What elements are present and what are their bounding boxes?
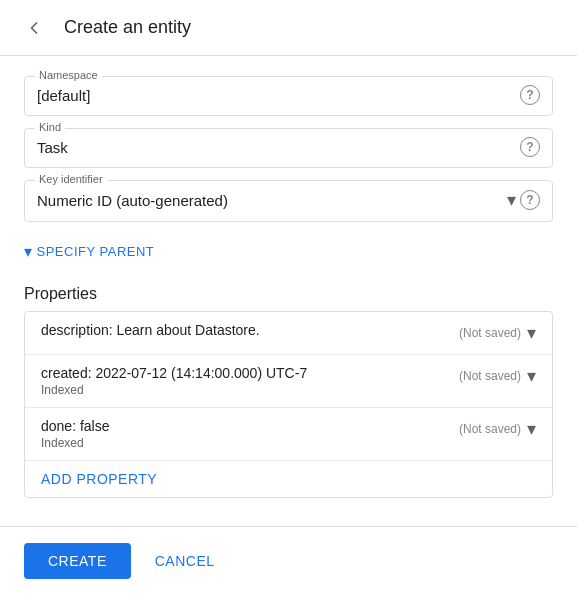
property-left: created: 2022-07-12 (14:14:00.000) UTC-7…: [41, 365, 447, 397]
form-content: Namespace [default] ? Kind Task ? Key id…: [0, 56, 577, 518]
add-property-button[interactable]: ADD PROPERTY: [25, 460, 552, 497]
kind-label: Kind: [35, 121, 65, 133]
property-indexed-label: Indexed: [41, 383, 447, 397]
key-identifier-label: Key identifier: [35, 173, 107, 185]
property-row: done: falseIndexed(Not saved)▾: [25, 408, 552, 460]
property-name-value: description: Learn about Datastore.: [41, 322, 447, 338]
create-button[interactable]: CREATE: [24, 543, 131, 579]
property-name: description:: [41, 322, 116, 338]
property-expand-chevron-icon[interactable]: ▾: [527, 365, 536, 387]
properties-table: description: Learn about Datastore.(Not …: [24, 311, 553, 498]
specify-parent-toggle[interactable]: ▾ SPECIFY PARENT: [24, 234, 553, 269]
not-saved-badge: (Not saved): [459, 422, 521, 436]
property-row: created: 2022-07-12 (14:14:00.000) UTC-7…: [25, 355, 552, 408]
not-saved-badge: (Not saved): [459, 326, 521, 340]
key-identifier-chevron-icon: ▾: [507, 189, 516, 211]
header: Create an entity: [0, 0, 577, 56]
property-expand-chevron-icon[interactable]: ▾: [527, 418, 536, 440]
kind-field-group: Kind Task ?: [24, 128, 553, 168]
back-button[interactable]: [16, 10, 52, 46]
property-left: done: falseIndexed: [41, 418, 447, 450]
property-right: (Not saved)▾: [459, 365, 536, 387]
key-identifier-help-icon[interactable]: ?: [520, 190, 540, 210]
property-right: (Not saved)▾: [459, 322, 536, 344]
property-name-value: done: false: [41, 418, 447, 434]
property-indexed-label: Indexed: [41, 436, 447, 450]
kind-value: Task: [37, 139, 520, 156]
property-name: done:: [41, 418, 80, 434]
page-title: Create an entity: [64, 17, 191, 38]
namespace-value: [default]: [37, 87, 520, 104]
property-left: description: Learn about Datastore.: [41, 322, 447, 338]
key-identifier-select[interactable]: Numeric ID (auto-generated) Custom name …: [37, 192, 507, 209]
cancel-button[interactable]: CANCEL: [139, 543, 231, 579]
kind-help-icon[interactable]: ?: [520, 137, 540, 157]
properties-title: Properties: [24, 285, 553, 303]
namespace-help-icon[interactable]: ?: [520, 85, 540, 105]
property-expand-chevron-icon[interactable]: ▾: [527, 322, 536, 344]
specify-parent-chevron-icon: ▾: [24, 242, 33, 261]
namespace-label: Namespace: [35, 69, 102, 81]
namespace-field-group: Namespace [default] ?: [24, 76, 553, 116]
property-name: created:: [41, 365, 95, 381]
property-name-value: created: 2022-07-12 (14:14:00.000) UTC-7: [41, 365, 447, 381]
key-identifier-field-group: Key identifier Numeric ID (auto-generate…: [24, 180, 553, 222]
properties-section: Properties description: Learn about Data…: [24, 285, 553, 498]
specify-parent-label: SPECIFY PARENT: [37, 244, 155, 259]
not-saved-badge: (Not saved): [459, 369, 521, 383]
footer: CREATE CANCEL: [0, 526, 577, 595]
property-row: description: Learn about Datastore.(Not …: [25, 312, 552, 355]
property-right: (Not saved)▾: [459, 418, 536, 440]
